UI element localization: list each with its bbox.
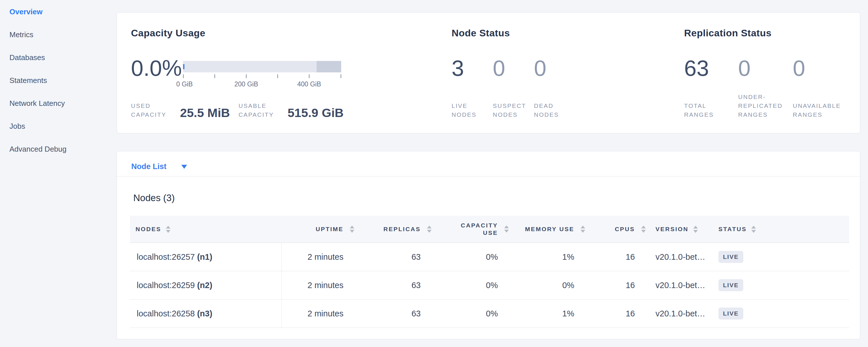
suspect-nodes-label: SUSPECT NODES bbox=[493, 101, 526, 119]
sidebar-item-databases[interactable]: Databases bbox=[0, 46, 117, 69]
axis-tick bbox=[341, 74, 341, 78]
table-row-n1[interactable]: localhost:26257(n1) 2 minutes 63 0% 1% 1… bbox=[130, 243, 849, 271]
capacity-use-cell: 0% bbox=[421, 243, 498, 271]
version-cell: v20.1.0-bet… bbox=[635, 271, 718, 299]
axis-label-200gib: 200 GiB bbox=[234, 81, 258, 88]
status-cell: LIVE bbox=[718, 271, 849, 299]
uptime-cell: 2 minutes bbox=[282, 243, 343, 271]
live-nodes-label: LIVE NODES bbox=[452, 101, 476, 119]
axis-label-400gib: 400 GiB bbox=[297, 81, 321, 88]
capacity-bar-other-segment bbox=[317, 61, 341, 72]
unavailable-ranges-label: UNAVAILABLE RANGES bbox=[793, 101, 841, 119]
chevron-down-icon bbox=[181, 165, 187, 169]
sidebar-item-metrics[interactable]: Metrics bbox=[0, 23, 117, 46]
node-id: (n1) bbox=[197, 252, 212, 262]
live-nodes-stat: 3 LIVE NODES bbox=[452, 57, 476, 119]
column-header-memory-use[interactable]: MEMORY USE bbox=[498, 216, 574, 243]
nodes-table: NODES UPTIME REPLICAS CAPACITY USE MEMOR… bbox=[130, 216, 849, 328]
node-list-dropdown[interactable]: Node List bbox=[131, 162, 187, 171]
status-cell: LIVE bbox=[718, 243, 849, 271]
column-header-label: VERSION bbox=[655, 225, 689, 233]
memory-use-cell: 1% bbox=[498, 299, 574, 327]
node-address-cell: localhost:26258(n3) bbox=[130, 299, 282, 327]
node-status-title: Node Status bbox=[452, 28, 510, 39]
axis-tick bbox=[277, 74, 278, 78]
used-capacity-stat: USED CAPACITY 25.5 MiB bbox=[131, 101, 230, 119]
live-nodes-value: 3 bbox=[452, 57, 476, 79]
column-header-label: MEMORY USE bbox=[525, 225, 574, 233]
status-badge: LIVE bbox=[718, 279, 743, 291]
column-header-replicas[interactable]: REPLICAS bbox=[343, 216, 421, 243]
node-list-card: Node List Nodes (3) NODES UPTIME REPLICA… bbox=[117, 151, 860, 339]
axis-tick bbox=[246, 74, 247, 78]
node-id: (n3) bbox=[197, 309, 212, 318]
sort-icon bbox=[581, 226, 585, 233]
version-cell: v20.1.0-bet… bbox=[635, 243, 718, 271]
node-address-cell: localhost:26259(n2) bbox=[130, 271, 282, 299]
sort-icon bbox=[751, 226, 756, 233]
under-replicated-ranges-stat: 0 UNDER- REPLICATED RANGES bbox=[738, 57, 782, 119]
column-header-label: REPLICAS bbox=[383, 225, 421, 233]
sidebar-item-overview[interactable]: Overview bbox=[0, 0, 117, 23]
column-header-nodes[interactable]: NODES bbox=[130, 216, 282, 243]
suspect-nodes-value: 0 bbox=[493, 57, 526, 79]
divider bbox=[117, 176, 860, 177]
axis-tick bbox=[183, 74, 184, 78]
dead-nodes-stat: 0 DEAD NODES bbox=[534, 57, 559, 119]
node-address-cell: localhost:26257(n1) bbox=[130, 243, 282, 271]
column-header-label: STATUS bbox=[718, 225, 747, 233]
sort-icon bbox=[641, 226, 646, 233]
cpus-cell: 16 bbox=[574, 243, 635, 271]
nodes-count-heading: Nodes (3) bbox=[133, 192, 175, 203]
cpus-cell: 16 bbox=[574, 299, 635, 327]
status-badge: LIVE bbox=[718, 251, 743, 263]
dead-nodes-label: DEAD NODES bbox=[534, 101, 559, 119]
version-cell: v20.1.0-bet… bbox=[635, 299, 718, 327]
capacity-usage-bar bbox=[183, 61, 341, 72]
capacity-usage-title: Capacity Usage bbox=[131, 28, 205, 39]
sidebar-item-jobs[interactable]: Jobs bbox=[0, 115, 117, 137]
column-header-status[interactable]: STATUS bbox=[718, 216, 849, 243]
column-header-capacity-use[interactable]: CAPACITY USE bbox=[421, 216, 498, 243]
suspect-nodes-stat: 0 SUSPECT NODES bbox=[493, 57, 526, 119]
capacity-use-cell: 0% bbox=[421, 271, 498, 299]
sidebar-item-statements[interactable]: Statements bbox=[0, 69, 117, 92]
sort-icon bbox=[693, 226, 698, 233]
replicas-cell: 63 bbox=[343, 299, 421, 327]
sort-icon bbox=[427, 226, 432, 233]
cpus-cell: 16 bbox=[574, 271, 635, 299]
node-list-dropdown-label: Node List bbox=[131, 162, 166, 171]
capacity-bar-used-segment bbox=[183, 64, 184, 69]
column-header-label: CPUS bbox=[615, 225, 635, 233]
status-badge: LIVE bbox=[718, 308, 743, 319]
sort-icon bbox=[350, 226, 354, 233]
under-replicated-ranges-value: 0 bbox=[738, 57, 782, 79]
replication-status-title: Replication Status bbox=[684, 28, 772, 39]
column-header-label: UPTIME bbox=[316, 225, 343, 233]
capacity-use-cell: 0% bbox=[421, 299, 498, 327]
usable-capacity-label: USABLE CAPACITY bbox=[239, 101, 274, 119]
axis-label-0gib: 0 GiB bbox=[176, 81, 193, 88]
axis-tick bbox=[215, 74, 215, 78]
sidebar-item-advanced-debug[interactable]: Advanced Debug bbox=[0, 137, 117, 160]
replicas-cell: 63 bbox=[343, 243, 421, 271]
sidebar-item-network-latency[interactable]: Network Latency bbox=[0, 92, 117, 115]
sort-icon bbox=[504, 225, 509, 232]
used-capacity-value: 25.5 MiB bbox=[180, 107, 230, 119]
node-id: (n2) bbox=[197, 281, 212, 290]
table-row-n3[interactable]: localhost:26258(n3) 2 minutes 63 0% 1% 1… bbox=[130, 299, 849, 328]
capacity-percent-value: 0.0% bbox=[131, 57, 182, 79]
cluster-overview-page: Overview Metrics Databases Statements Ne… bbox=[0, 0, 868, 347]
used-capacity-label: USED CAPACITY bbox=[131, 101, 166, 119]
sidebar-nav: Overview Metrics Databases Statements Ne… bbox=[0, 0, 117, 160]
unavailable-ranges-stat: 0 UNAVAILABLE RANGES bbox=[793, 57, 841, 119]
table-row-n2[interactable]: localhost:26259(n2) 2 minutes 63 0% 0% 1… bbox=[130, 271, 849, 299]
dead-nodes-value: 0 bbox=[534, 57, 559, 79]
replicas-cell: 63 bbox=[343, 271, 421, 299]
column-header-label: NODES bbox=[135, 225, 161, 233]
column-header-label: CAPACITY USE bbox=[461, 222, 498, 236]
unavailable-ranges-value: 0 bbox=[793, 57, 841, 79]
column-header-version[interactable]: VERSION bbox=[635, 216, 718, 243]
total-ranges-value: 63 bbox=[684, 57, 714, 79]
column-header-uptime[interactable]: UPTIME bbox=[282, 216, 343, 243]
